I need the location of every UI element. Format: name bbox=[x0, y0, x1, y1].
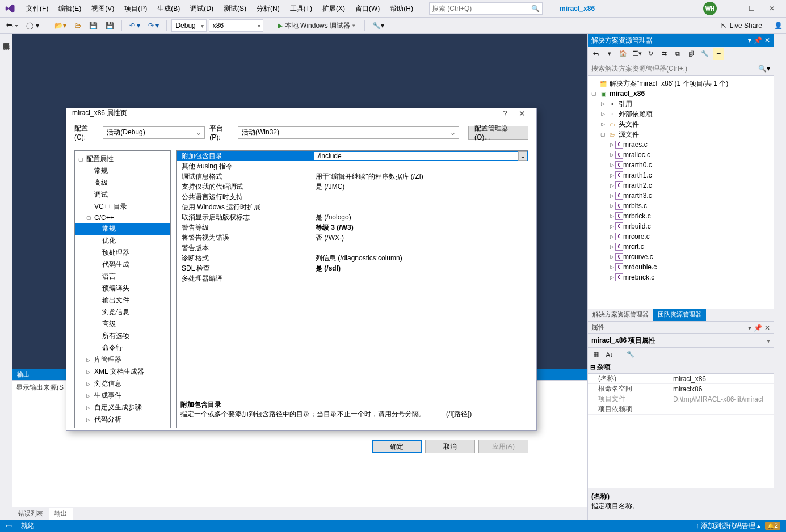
property-row[interactable]: 根命名空间miraclx86 bbox=[588, 384, 774, 394]
liveshare-user-icon[interactable]: 👤 bbox=[774, 22, 783, 29]
save-all-icon[interactable]: 💾 bbox=[103, 20, 117, 31]
dialog-grid-row[interactable]: 附加包含目录./include bbox=[177, 151, 528, 161]
right-rail[interactable] bbox=[774, 34, 786, 520]
tab-output[interactable]: 输出 bbox=[49, 508, 73, 520]
dialog-grid-row[interactable]: 公共语言运行时支持 bbox=[177, 192, 528, 202]
undo-icon[interactable]: ↶ ▾ bbox=[127, 20, 143, 31]
tab-error-list[interactable]: 错误列表 bbox=[12, 508, 49, 520]
properties-icon[interactable]: 🔧 bbox=[699, 48, 711, 60]
dialog-grid-row[interactable]: 取消显示启动版权标志是 (/nologo) bbox=[177, 212, 528, 222]
solution-tree[interactable]: 🗂️解决方案"miracl_x86"(1 个项目/共 1 个)▢▣miracl_… bbox=[588, 76, 774, 309]
dialog-tree-item[interactable]: ▷浏览信息 bbox=[75, 378, 170, 390]
tree-item[interactable]: ▷Cmrdouble.c bbox=[588, 262, 774, 272]
platform-combo[interactable]: x86 bbox=[209, 19, 263, 32]
tree-item[interactable]: ▷Cmrarth3.c bbox=[588, 191, 774, 201]
save-icon[interactable]: 💾 bbox=[86, 20, 100, 31]
dialog-grid-row[interactable]: 其他 #using 指令 bbox=[177, 161, 528, 171]
start-debug-button[interactable]: ▶ 本地 Windows 调试器 ▾ bbox=[273, 20, 360, 32]
tree-item[interactable]: ▷Cmrarth1.c bbox=[588, 170, 774, 180]
menu-item[interactable]: 调试(D) bbox=[186, 2, 218, 16]
dialog-tree-item[interactable]: 优化 bbox=[75, 235, 170, 247]
tree-item[interactable]: ▷▪️引用 bbox=[588, 99, 774, 109]
dialog-tree-item[interactable]: 语言 bbox=[75, 271, 170, 282]
dropdown-icon[interactable]: ▾ bbox=[748, 36, 751, 44]
avatar[interactable]: WH bbox=[703, 2, 717, 15]
source-control-button[interactable]: ↑ 添加到源代码管理 ▴ bbox=[696, 521, 761, 531]
menu-item[interactable]: 窗口(W) bbox=[351, 2, 384, 16]
close-button[interactable]: ✕ bbox=[762, 1, 781, 16]
property-row[interactable]: (名称)miracl_x86 bbox=[588, 374, 774, 384]
pin-icon[interactable]: 📌 bbox=[754, 324, 762, 332]
property-pages-icon[interactable]: 🔧 bbox=[625, 349, 636, 360]
back-icon[interactable]: ⮪ bbox=[590, 48, 602, 60]
dialog-grid-row[interactable]: 将警告视为错误否 (/WX-) bbox=[177, 233, 528, 243]
menu-item[interactable]: 项目(P) bbox=[120, 2, 152, 16]
dialog-tree-item[interactable]: 常规 bbox=[75, 223, 170, 235]
left-rail[interactable]: 服务器资源管理器 工具箱 bbox=[0, 34, 12, 520]
dialog-tree-item[interactable]: 命令行 bbox=[75, 342, 170, 354]
tree-item[interactable]: 🗂️解决方案"miracl_x86"(1 个项目/共 1 个) bbox=[588, 78, 774, 88]
liveshare-button[interactable]: Live Share bbox=[730, 22, 762, 29]
dialog-tree-item[interactable]: ▷代码分析 bbox=[75, 413, 170, 425]
dialog-tree-item[interactable]: ▷生成事件 bbox=[75, 390, 170, 402]
search-input[interactable] bbox=[432, 5, 531, 12]
solution-search-input[interactable] bbox=[591, 65, 758, 73]
home-icon[interactable]: 🏠 bbox=[617, 48, 629, 60]
sync-icon[interactable]: 🗔▾ bbox=[631, 48, 642, 60]
tab-team-explorer[interactable]: 团队资源管理器 bbox=[653, 309, 706, 321]
tree-item[interactable]: ▷Cmrcore.c bbox=[588, 231, 774, 242]
dialog-tree-item[interactable]: 所有选项 bbox=[75, 330, 170, 342]
dialog-help-button[interactable]: ? bbox=[497, 109, 514, 118]
view-icon[interactable]: 🗐 bbox=[686, 48, 697, 60]
dialog-tree-item[interactable]: 常规 bbox=[75, 165, 170, 177]
menu-item[interactable]: 文件(F) bbox=[22, 2, 53, 16]
menu-item[interactable]: 帮助(H) bbox=[385, 2, 418, 16]
nav-fwd-icon[interactable]: ◯ ▾ bbox=[23, 20, 41, 31]
config-combo[interactable]: 活动(Debug) bbox=[103, 126, 205, 139]
maximize-button[interactable]: ☐ bbox=[742, 1, 761, 16]
search-box[interactable]: 🔍 bbox=[429, 2, 543, 15]
solution-search[interactable]: 🔍▾ bbox=[588, 61, 774, 76]
tree-item[interactable]: ▷Cmrbrick.c bbox=[588, 211, 774, 221]
dropdown-icon[interactable]: ▾ bbox=[767, 337, 770, 345]
tree-item[interactable]: ▷Cmraes.c bbox=[588, 140, 774, 150]
dialog-grid[interactable]: 附加包含目录./include其他 #using 指令调试信息格式用于"编辑并继… bbox=[176, 150, 528, 396]
tree-item[interactable]: ▷Cmralloc.c bbox=[588, 150, 774, 160]
apply-button[interactable]: 应用(A) bbox=[478, 440, 528, 453]
dialog-grid-row[interactable]: 警告等级等级 3 (/W3) bbox=[177, 222, 528, 233]
dialog-grid-row[interactable]: 警告版本 bbox=[177, 243, 528, 253]
tree-item[interactable]: ▷Cmrbuild.c bbox=[588, 221, 774, 231]
pin-icon[interactable]: 📌 bbox=[754, 36, 762, 44]
dialog-tree-item[interactable]: 输出文件 bbox=[75, 294, 170, 306]
tool-icon[interactable]: 🔧▾ bbox=[369, 20, 387, 31]
tree-item[interactable]: ▷Cmrarth0.c bbox=[588, 160, 774, 170]
menu-item[interactable]: 视图(V) bbox=[87, 2, 119, 16]
showall-icon[interactable]: ⧉ bbox=[672, 48, 683, 60]
refresh-icon[interactable]: ↻ bbox=[645, 48, 656, 60]
categorized-icon[interactable]: ▦ bbox=[590, 349, 602, 360]
open-icon[interactable]: 🗁 bbox=[72, 20, 84, 31]
dialog-tree-item[interactable]: 代码生成 bbox=[75, 259, 170, 271]
solution-explorer-header[interactable]: 解决方案资源管理器 ▾ 📌 ✕ bbox=[588, 34, 774, 47]
menu-item[interactable]: 扩展(X) bbox=[318, 2, 350, 16]
tree-item[interactable]: ▢▣miracl_x86 bbox=[588, 88, 774, 99]
menu-item[interactable]: 分析(N) bbox=[252, 2, 284, 16]
dropdown-icon[interactable]: ▾ bbox=[748, 324, 751, 332]
collapse-icon[interactable]: ⇆ bbox=[658, 48, 670, 60]
tree-item[interactable]: ▷Cmrarth2.c bbox=[588, 180, 774, 191]
tree-item[interactable]: ▷Cmrcrt.c bbox=[588, 242, 774, 252]
tab-solution-explorer[interactable]: 解决方案资源管理器 bbox=[588, 309, 653, 321]
tree-item[interactable]: ▷Cmrcurve.c bbox=[588, 252, 774, 262]
close-icon[interactable]: ✕ bbox=[764, 324, 770, 332]
tree-item[interactable]: ▷Cmrbits.c bbox=[588, 201, 774, 211]
dialog-tree-item[interactable]: 调试 bbox=[75, 189, 170, 201]
property-row[interactable]: 项目依赖项 bbox=[588, 404, 774, 415]
menu-item[interactable]: 工具(T) bbox=[285, 2, 317, 16]
config-manager-button[interactable]: 配置管理器(O)... bbox=[468, 126, 528, 140]
dialog-tree-item[interactable]: 预处理器 bbox=[75, 247, 170, 259]
dialog-tree-item[interactable]: ▢C/C++ bbox=[75, 213, 170, 223]
alphabetical-icon[interactable]: A↓ bbox=[604, 349, 615, 360]
dialog-tree-item[interactable]: ▢配置属性 bbox=[75, 153, 170, 165]
dialog-tree-item[interactable]: ▷XML 文档生成器 bbox=[75, 366, 170, 378]
menu-item[interactable]: 测试(S) bbox=[219, 2, 251, 16]
